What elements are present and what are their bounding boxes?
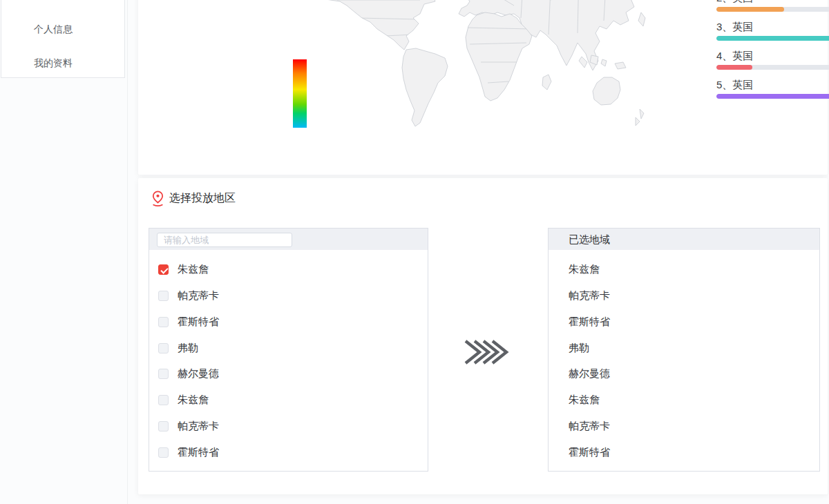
region-row-label: 霍斯特省: [569, 316, 610, 329]
region-selected-list: 朱兹詹 帕克蒂卡 霍斯特省 弗勒 赫尔曼德 朱兹詹 帕克蒂卡 霍斯特省: [549, 250, 819, 465]
transfer-arrows-icon[interactable]: [464, 339, 511, 365]
region-selected-row[interactable]: 帕克蒂卡: [549, 283, 819, 309]
continent-south-america: [402, 48, 448, 126]
region-selected-panel: 已选地域 朱兹詹 帕克蒂卡 霍斯特省 弗勒 赫尔曼德 朱兹詹 帕克蒂卡 霍斯特省: [548, 228, 820, 472]
sidebar-item-my-profile[interactable]: 我的资料: [34, 57, 117, 71]
island-new-guinea: [615, 62, 626, 69]
region-row-label: 霍斯特省: [178, 316, 219, 329]
region-row-label: 赫尔曼德: [569, 367, 610, 380]
region-row-label: 朱兹詹: [569, 394, 600, 407]
continent-north-america: [319, 0, 449, 50]
region-source-row[interactable]: 霍斯特省: [149, 439, 428, 465]
region-selected-row[interactable]: 赫尔曼德: [549, 361, 819, 387]
region-checkbox[interactable]: [158, 317, 169, 327]
region-source-row[interactable]: 赫尔曼德: [149, 361, 428, 387]
ranking-item-label: 3、英国: [716, 21, 753, 34]
region-source-row[interactable]: 朱兹詹: [149, 257, 428, 283]
region-source-row[interactable]: 帕克蒂卡: [149, 283, 428, 309]
region-row-label: 帕克蒂卡: [178, 420, 219, 433]
region-row-label: 帕克蒂卡: [178, 289, 219, 302]
region-checkbox[interactable]: [158, 395, 169, 405]
region-selected-row[interactable]: 朱兹詹: [549, 257, 819, 283]
map-overview-card: 2、英国 60% 3、英国 60% 4、英国 60% 5、英国 60%: [138, 0, 828, 175]
island-japan: [638, 12, 645, 26]
region-row-label: 朱兹詹: [178, 394, 209, 407]
region-row-label: 帕克蒂卡: [569, 420, 610, 433]
region-search-input[interactable]: [157, 233, 292, 247]
region-row-label: 赫尔曼德: [178, 367, 219, 380]
ranking-progress-fill: [716, 65, 752, 70]
region-selected-row[interactable]: 帕克蒂卡: [549, 414, 819, 440]
ranking-item: 2、英国 60%: [716, 0, 829, 21]
country-ranking-list: 2、英国 60% 3、英国 60% 4、英国 60% 5、英国 60%: [716, 0, 829, 108]
ranking-progress-fill: [716, 94, 829, 99]
selected-panel-header: 已选地域: [549, 229, 819, 250]
region-checkbox[interactable]: [158, 369, 169, 379]
world-map: [316, 0, 672, 131]
region-source-row[interactable]: 弗勒: [149, 335, 428, 361]
region-row-label: 霍斯特省: [569, 446, 610, 459]
region-source-list: 朱兹詹 帕克蒂卡 霍斯特省 弗勒 赫尔曼德 朱兹詹 帕克蒂卡 霍斯特省: [149, 250, 428, 465]
sidebar-menu: 个人信息 我的资料: [1, 0, 125, 78]
region-selected-row[interactable]: 朱兹詹: [549, 387, 819, 414]
ranking-progress-track: [716, 7, 829, 12]
ranking-item: 5、英国 60%: [716, 79, 829, 108]
region-source-row[interactable]: 帕克蒂卡: [149, 414, 428, 440]
ranking-progress-fill: [716, 7, 784, 12]
region-row-label: 霍斯特省: [178, 446, 219, 459]
ranking-item: 3、英国 60%: [716, 21, 829, 50]
island-sumatra: [579, 57, 587, 68]
ranking-item-label: 4、英国: [716, 50, 753, 63]
sidebar-item-personal-info[interactable]: 个人信息: [34, 23, 117, 37]
map-heat-legend: [293, 59, 307, 128]
island-sulawesi: [601, 59, 607, 66]
ranking-item-label: 5、英国: [716, 79, 753, 92]
region-row-label: 弗勒: [569, 342, 589, 355]
region-row-label: 朱兹詹: [178, 263, 209, 276]
region-checkbox[interactable]: [158, 421, 169, 432]
region-selected-row[interactable]: 弗勒: [549, 335, 819, 361]
section-header: 选择投放地区: [150, 190, 236, 207]
region-selected-row[interactable]: 霍斯特省: [549, 439, 819, 465]
region-row-label: 帕克蒂卡: [569, 289, 610, 302]
region-row-label: 朱兹詹: [569, 263, 600, 276]
location-pin-icon: [150, 190, 166, 207]
island-madagascar: [542, 75, 551, 90]
region-source-panel: 朱兹詹 帕克蒂卡 霍斯特省 弗勒 赫尔曼德 朱兹詹 帕克蒂卡 霍斯特省: [149, 228, 428, 472]
source-panel-header: [149, 229, 428, 250]
ranking-item-label: 2、英国: [716, 0, 753, 5]
region-source-row[interactable]: 霍斯特省: [149, 309, 428, 336]
ranking-progress-track: [716, 36, 829, 41]
region-selected-row[interactable]: 霍斯特省: [549, 309, 819, 336]
region-checkbox[interactable]: [158, 264, 169, 275]
section-title: 选择投放地区: [169, 191, 236, 206]
region-checkbox[interactable]: [158, 291, 169, 301]
region-checkbox[interactable]: [158, 447, 169, 458]
selected-panel-title: 已选地域: [549, 229, 819, 250]
island-new-zealand: [636, 109, 644, 126]
region-checkbox[interactable]: [158, 343, 169, 353]
continent-australia: [593, 77, 620, 105]
content-divider-line: [127, 0, 128, 504]
ranking-progress-track: [716, 65, 829, 70]
ranking-item: 4、英国 60%: [716, 50, 829, 79]
region-source-row[interactable]: 朱兹詹: [149, 387, 428, 414]
page: 个人信息 我的资料: [0, 0, 829, 504]
region-row-label: 弗勒: [178, 342, 198, 355]
continent-africa: [466, 12, 532, 101]
ranking-progress-track: [716, 94, 829, 99]
ranking-progress-fill: [716, 36, 829, 41]
